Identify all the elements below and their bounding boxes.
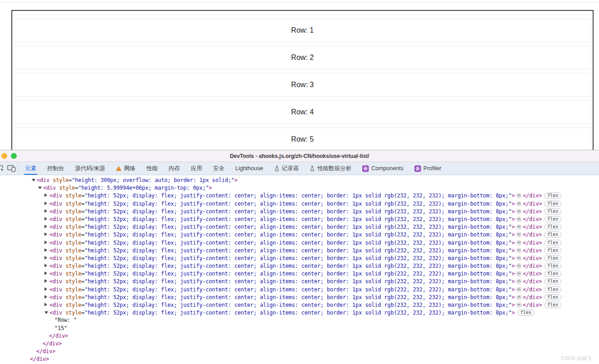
- tab-label: 内存: [168, 165, 180, 172]
- tab-elements[interactable]: 元素: [20, 162, 42, 175]
- inline-expand-icon[interactable]: ⋯: [516, 302, 522, 308]
- disclosure-triangle-icon[interactable]: [44, 293, 49, 301]
- disclosure-triangle-icon[interactable]: [38, 184, 43, 192]
- tab-recorder[interactable]: 记录器: [269, 162, 304, 175]
- inline-expand-icon[interactable]: ⋯: [516, 209, 522, 214]
- flex-badge[interactable]: flex: [544, 247, 561, 254]
- minimize-button[interactable]: [1, 153, 7, 159]
- disclosure-triangle-icon[interactable]: [44, 309, 49, 316]
- tree-line[interactable]: <div style="height: 52px; display: flex;…: [0, 270, 599, 277]
- flex-badge[interactable]: flex: [544, 208, 561, 215]
- inline-expand-icon[interactable]: ⋯: [516, 263, 522, 269]
- tree-line[interactable]: <div style="height: 52px; display: flex;…: [0, 246, 599, 254]
- code-token: </div>: [523, 231, 542, 238]
- tree-line[interactable]: <div style="height: 52px; display: flex;…: [0, 200, 599, 207]
- tree-line[interactable]: </div>: [0, 332, 599, 340]
- tree-line[interactable]: <div style="height: 52px; display: flex;…: [0, 293, 599, 301]
- inline-expand-icon[interactable]: ⋯: [516, 201, 522, 207]
- tab-lighthouse[interactable]: Lighthouse: [230, 162, 268, 175]
- tree-line[interactable]: <div style="height: 52px; display: flex;…: [0, 309, 599, 316]
- tree-line[interactable]: <div style="height: 52px; display: flex;…: [0, 285, 599, 293]
- disclosure-triangle-icon[interactable]: [44, 262, 49, 270]
- tab-profiler[interactable]: Profiler: [409, 162, 447, 175]
- flex-badge[interactable]: flex: [544, 240, 561, 246]
- disclosure-triangle-icon[interactable]: [44, 301, 49, 309]
- tree-line[interactable]: <div style="height: 52px; display: flex;…: [0, 254, 599, 262]
- disclosure-triangle-icon[interactable]: [32, 176, 37, 184]
- inline-expand-icon[interactable]: ⋯: [516, 256, 522, 261]
- disclosure-triangle-icon[interactable]: [44, 277, 49, 285]
- flex-badge[interactable]: flex: [544, 231, 561, 238]
- flex-badge[interactable]: flex: [544, 278, 561, 285]
- code-token: >: [512, 310, 515, 316]
- tree-line[interactable]: <div style="height: 52px; display: flex;…: [0, 231, 599, 238]
- disclosure-triangle-icon[interactable]: [44, 239, 49, 246]
- inline-expand-icon[interactable]: ⋯: [516, 224, 522, 230]
- flex-badge[interactable]: flex: [544, 192, 561, 199]
- tree-line[interactable]: <div style="height: 52px; display: flex;…: [0, 192, 599, 199]
- tree-line[interactable]: <div style="height: 52px; display: flex;…: [0, 223, 599, 231]
- tab-memory[interactable]: 内存: [163, 162, 185, 175]
- tab-performance[interactable]: 性能: [141, 162, 163, 175]
- code-token: <div: [43, 185, 59, 191]
- zoom-button[interactable]: [11, 153, 17, 159]
- flex-badge[interactable]: flex: [544, 216, 561, 222]
- tree-line[interactable]: <div style="height: 52px; display: flex;…: [0, 239, 599, 246]
- inline-expand-icon[interactable]: ⋯: [516, 216, 522, 222]
- disclosure-triangle-icon[interactable]: [44, 285, 49, 293]
- flex-badge[interactable]: flex: [544, 255, 561, 261]
- tree-line[interactable]: "15": [0, 325, 599, 332]
- disclosure-triangle-icon[interactable]: [44, 254, 49, 262]
- tree-line[interactable]: </div>: [0, 340, 599, 348]
- disclosure-triangle-icon[interactable]: [44, 223, 49, 231]
- inline-expand-icon[interactable]: ⋯: [516, 295, 522, 300]
- code-token: >: [512, 240, 515, 246]
- tree-line[interactable]: <div style="height: 300px; overflow: aut…: [0, 176, 599, 184]
- inline-expand-icon[interactable]: ⋯: [516, 271, 522, 276]
- tab-console[interactable]: 控制台: [42, 162, 70, 175]
- inline-expand-icon[interactable]: ⋯: [516, 240, 522, 246]
- disclosure-triangle-icon[interactable]: [44, 192, 49, 199]
- disclosure-triangle-icon[interactable]: [44, 246, 49, 254]
- tree-line[interactable]: </div>: [0, 355, 599, 363]
- disclosure-triangle-icon[interactable]: [44, 215, 49, 223]
- tree-line[interactable]: <div style="height: 52px; display: flex;…: [0, 215, 599, 223]
- tab-components[interactable]: Components: [357, 162, 409, 175]
- tree-line[interactable]: <div style="height: 52px; display: flex;…: [0, 277, 599, 285]
- flex-badge[interactable]: flex: [517, 310, 535, 316]
- virtual-list[interactable]: Row: 1Row: 2Row: 3Row: 4Row: 5: [11, 10, 594, 150]
- flex-badge[interactable]: flex: [544, 302, 561, 308]
- tree-line[interactable]: <div style="height: 52px; display: flex;…: [0, 301, 599, 309]
- disclosure-triangle-icon[interactable]: [44, 200, 49, 207]
- inline-expand-icon[interactable]: ⋯: [516, 193, 522, 198]
- tab-application[interactable]: 应用: [185, 162, 207, 175]
- flex-badge[interactable]: flex: [544, 271, 561, 277]
- inline-expand-icon[interactable]: ⋯: [516, 279, 522, 284]
- disclosure-triangle-icon[interactable]: [44, 207, 49, 215]
- disclosure-triangle-icon[interactable]: [44, 231, 49, 238]
- device-toolbar-icon[interactable]: [6, 162, 17, 175]
- code-token: style: [65, 201, 81, 207]
- inline-expand-icon[interactable]: ⋯: [516, 232, 522, 237]
- tab-security[interactable]: 安全: [207, 162, 230, 175]
- tab-network[interactable]: 网络: [110, 162, 141, 175]
- tab-performance-insights[interactable]: 性能数据分析: [304, 162, 357, 175]
- inline-expand-icon[interactable]: ⋯: [516, 248, 522, 253]
- inspect-element-icon[interactable]: [0, 162, 6, 175]
- tree-line[interactable]: <div style="height: 52px; display: flex;…: [0, 262, 599, 270]
- inline-expand-icon[interactable]: ⋯: [516, 287, 522, 292]
- flex-badge[interactable]: flex: [544, 201, 561, 207]
- tab-sources[interactable]: 源代码/来源: [70, 162, 111, 175]
- disclosure-triangle-icon[interactable]: [44, 270, 49, 277]
- tab-label: 应用: [191, 165, 202, 172]
- flex-badge[interactable]: flex: [544, 224, 561, 230]
- tree-line[interactable]: <div style="height: 5.99994e+06px; margi…: [0, 184, 599, 192]
- flex-badge[interactable]: flex: [544, 263, 561, 269]
- tree-line[interactable]: </div>: [0, 348, 599, 355]
- code-token: "height: 52px; display: flex; justify-co…: [84, 247, 511, 254]
- flex-badge[interactable]: flex: [544, 286, 561, 293]
- code-token: </div>: [523, 247, 542, 254]
- tree-line[interactable]: <div style="height: 52px; display: flex;…: [0, 207, 599, 215]
- tree-line[interactable]: "Row: ": [0, 316, 599, 324]
- flex-badge[interactable]: flex: [544, 294, 561, 300]
